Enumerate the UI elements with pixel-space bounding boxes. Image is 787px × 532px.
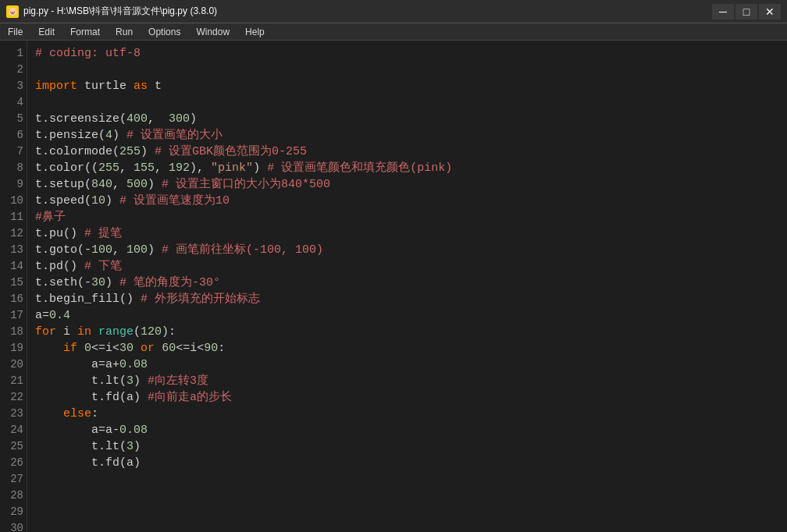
code-line-5: t.screensize(400, 300) (35, 111, 779, 127)
line-numbers: 12345 678910 1112131415 1617181920 21222… (0, 41, 27, 532)
window-title: pig.py - H:\MSB\抖音\抖音源文件\pig.py (3.8.0) (23, 5, 217, 18)
menu-options[interactable]: Options (141, 23, 188, 40)
code-line-6: t.pensize(4) # 设置画笔的大小 (35, 127, 779, 144)
code-line-20: a=a+0.08 (35, 356, 779, 373)
app-icon: 🐷 (6, 5, 19, 18)
code-line-24: a=a-0.08 (35, 422, 779, 438)
menu-help[interactable]: Help (237, 23, 272, 40)
code-line-19: if 0<=i<30 or 60<=i<90: (35, 340, 779, 356)
code-line-17: a=0.4 (35, 307, 779, 324)
code-line-13: t.goto(-100, 100) # 画笔前往坐标(-100, 100) (35, 242, 779, 258)
code-line-9: t.setup(840, 500) # 设置主窗口的大小为840*500 (35, 176, 779, 193)
code-line-14: t.pd() # 下笔 (35, 258, 779, 275)
code-line-21: t.lt(3) #向左转3度 (35, 373, 779, 389)
code-editor[interactable]: # coding: utf-8 import turtle as t t.scr… (27, 41, 787, 532)
menu-window[interactable]: Window (188, 23, 237, 40)
code-line-10: t.speed(10) # 设置画笔速度为10 (35, 193, 779, 209)
title-bar: 🐷 pig.py - H:\MSB\抖音\抖音源文件\pig.py (3.8.0… (0, 0, 787, 23)
minimize-button[interactable]: ─ (712, 4, 734, 20)
menu-file[interactable]: File (0, 23, 30, 40)
code-line-23: else: (35, 406, 779, 422)
code-container: 12345 678910 1112131415 1617181920 21222… (0, 41, 787, 532)
code-line-4 (35, 94, 779, 111)
code-line-11: #鼻子 (35, 209, 779, 225)
menu-bar: File Edit Format Run Options Window Help (0, 23, 787, 41)
code-line-7: t.colormode(255) # 设置GBK颜色范围为0-255 (35, 144, 779, 160)
code-line-8: t.color((255, 155, 192), "pink") # 设置画笔颜… (35, 160, 779, 176)
code-line-26: t.fd(a) (35, 455, 779, 471)
code-line-18: for i in range(120): (35, 324, 779, 340)
code-line-1: # coding: utf-8 (35, 45, 779, 62)
menu-format[interactable]: Format (62, 23, 108, 40)
menu-edit[interactable]: Edit (30, 23, 62, 40)
code-line-22: t.fd(a) #向前走a的步长 (35, 389, 779, 406)
code-line-16: t.begin_fill() # 外形填充的开始标志 (35, 291, 779, 307)
close-button[interactable]: ✕ (759, 4, 781, 20)
menu-run[interactable]: Run (108, 23, 141, 40)
code-line-15: t.seth(-30) # 笔的角度为-30° (35, 275, 779, 291)
code-line-25: t.lt(3) (35, 438, 779, 455)
title-bar-left: 🐷 pig.py - H:\MSB\抖音\抖音源文件\pig.py (3.8.0… (6, 5, 217, 18)
code-line-12: t.pu() # 提笔 (35, 225, 779, 242)
maximize-button[interactable]: □ (735, 4, 757, 20)
window-controls: ─ □ ✕ (712, 4, 781, 20)
code-line-3: import turtle as t (35, 78, 779, 94)
code-line-2 (35, 62, 779, 78)
